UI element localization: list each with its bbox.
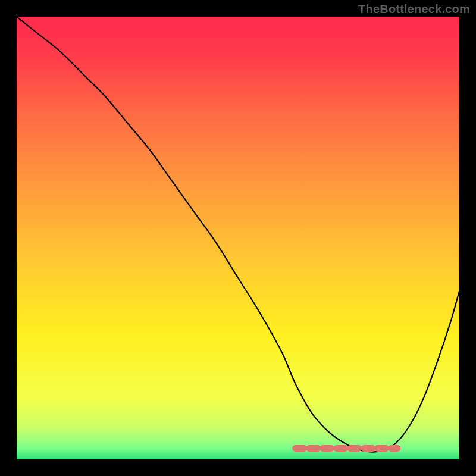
gradient-panel [17,17,459,459]
watermark-text: TheBottleneck.com [358,2,470,16]
chart-stage: TheBottleneck.com [0,0,476,476]
bottleneck-chart [17,17,459,459]
